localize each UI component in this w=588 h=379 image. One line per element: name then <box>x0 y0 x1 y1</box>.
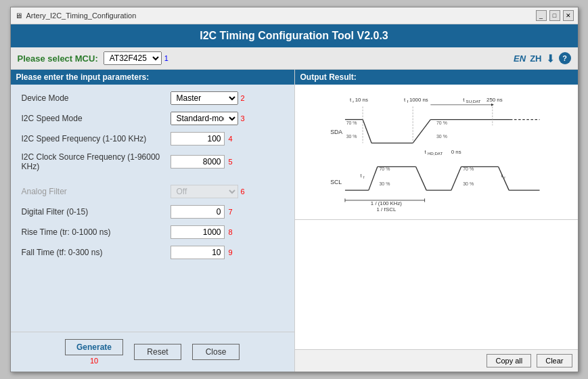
download-icon[interactable]: ⬇ <box>546 52 555 65</box>
device-mode-select[interactable]: Master Slave <box>171 91 238 105</box>
analog-filter-num: 6 <box>241 187 245 196</box>
sda-fall <box>413 120 430 143</box>
speed-mode-row: I2C Speed Mode Standard-mode Fast-mode 3 <box>22 112 284 125</box>
mcu-bar-left: Please select MCU: AT32F425 1 <box>18 51 168 65</box>
scl-fall2 <box>415 166 426 190</box>
clock-freq-group: 5 <box>171 155 233 169</box>
clear-button[interactable]: Clear <box>537 354 572 367</box>
svg-text:f: f <box>363 175 364 179</box>
rise-time-num: 8 <box>229 228 233 236</box>
scl-fall <box>368 166 377 190</box>
scl-70-l1: 70 % <box>379 166 390 171</box>
scl-fall3 <box>498 166 509 190</box>
close-app-button[interactable]: Close <box>192 344 240 360</box>
rise-time-input[interactable] <box>171 225 225 239</box>
speed-freq-input[interactable] <box>171 132 225 146</box>
fall-time-group: 9 <box>171 246 233 259</box>
scl-label: SCL <box>330 179 342 185</box>
thddat-label: t <box>424 149 426 155</box>
input-panel-header: Please enter the input parameters: <box>11 70 294 85</box>
maximize-button[interactable]: □ <box>549 10 560 21</box>
svg-text:r: r <box>353 99 354 104</box>
right-panel: Output Result: SDA SCL t r 10 ns t f 100… <box>295 70 578 372</box>
svg-text:0 ns: 0 ns <box>451 149 461 155</box>
fall-time-label: Fall Time (tf: 0-300 ns) <box>22 248 171 257</box>
fall-time-input[interactable] <box>171 246 225 259</box>
sda-label: SDA <box>330 129 342 135</box>
params-area: Device Mode Master Slave 2 I2C Speed Mod… <box>11 85 294 332</box>
svg-text:SU;DAT: SU;DAT <box>466 99 480 104</box>
lang-zh-button[interactable]: ZH <box>530 53 541 64</box>
scl-70-r: 70 % <box>463 166 474 171</box>
output-textarea[interactable] <box>298 223 575 347</box>
speed-freq-num: 4 <box>229 135 233 143</box>
speed-freq-row: I2C Speed Frequency (1-100 KHz) 4 <box>22 132 284 146</box>
svg-text:r: r <box>504 175 505 179</box>
digital-filter-row: Digital Filter (0-15) 7 <box>22 205 284 219</box>
speed-mode-num: 3 <box>241 114 245 122</box>
app-title: I2C Timing Configuration Tool V2.0.3 <box>200 30 388 41</box>
generate-num: 10 <box>90 357 98 365</box>
rise-time-row: Rise Time (tr: 0-1000 ns) 8 <box>22 225 284 239</box>
output-text-area[interactable] <box>295 220 578 349</box>
speed-freq-label: I2C Speed Frequency (1-100 KHz) <box>22 134 171 143</box>
svg-text:1000 ns: 1000 ns <box>409 97 428 103</box>
close-button[interactable]: ✕ <box>563 10 574 21</box>
rise-time-label: Rise Time (tr: 0-1000 ns) <box>22 227 171 237</box>
scl-rise <box>451 166 461 190</box>
sda-30-right: 30 % <box>436 134 447 139</box>
analog-filter-row: Analog Filter Off On 6 <box>22 185 284 198</box>
app-icon: 🖥 <box>15 12 22 20</box>
device-mode-label: Device Mode <box>22 93 171 103</box>
speed-mode-label: I2C Speed Mode <box>22 114 171 123</box>
copy-all-button[interactable]: Copy all <box>487 354 531 367</box>
mcu-number: 1 <box>164 54 168 62</box>
help-button[interactable]: ? <box>559 52 571 64</box>
generate-button[interactable]: Generate <box>65 339 123 355</box>
freq-label: 1 / (100 KHz) <box>370 200 402 206</box>
digital-filter-input[interactable] <box>171 205 225 219</box>
mcu-select[interactable]: AT32F425 <box>104 51 162 65</box>
scl-tr-label: t <box>501 173 502 178</box>
sda-70-left: 70 % <box>346 120 357 125</box>
speed-mode-select-group: Standard-mode Fast-mode 3 <box>171 112 245 125</box>
rise-time-group: 8 <box>171 225 233 239</box>
clock-freq-num: 5 <box>229 158 233 166</box>
tf-label: t <box>404 97 406 103</box>
fall-time-num: 9 <box>229 248 233 257</box>
app-header: I2C Timing Configuration Tool V2.0.3 <box>11 24 578 47</box>
svg-text:10 ns: 10 ns <box>355 97 367 103</box>
reset-button[interactable]: Reset <box>134 344 181 360</box>
bottom-buttons: Generate 10 Reset Close <box>11 332 294 372</box>
scl-tf-label: t <box>360 173 361 178</box>
analog-filter-select: Off On <box>171 185 238 198</box>
device-mode-num: 2 <box>241 94 245 102</box>
device-mode-select-group: Master Slave 2 <box>171 91 245 105</box>
clock-freq-row: I2C Clock Source Frequency (1-96000 KHz)… <box>22 152 284 171</box>
speed-freq-group: 4 <box>171 132 233 146</box>
sda-rise <box>363 120 371 143</box>
device-mode-row: Device Mode Master Slave 2 <box>22 91 284 105</box>
main-window: 🖥 Artery_I2C_Timing_Configuration _ □ ✕ … <box>10 7 579 372</box>
tsudat-label: t <box>463 97 465 103</box>
clock-freq-input[interactable] <box>171 155 225 169</box>
title-bar-left: 🖥 Artery_I2C_Timing_Configuration <box>15 12 137 20</box>
svg-text:HD;DAT: HD;DAT <box>427 151 443 156</box>
generate-btn-group: Generate 10 <box>65 339 123 365</box>
analog-filter-select-group: Off On 6 <box>171 185 245 198</box>
digital-filter-group: 7 <box>171 205 233 219</box>
title-bar: 🖥 Artery_I2C_Timing_Configuration _ □ ✕ <box>11 7 578 24</box>
fall-time-row: Fall Time (tf: 0-300 ns) 9 <box>22 246 284 259</box>
lang-en-button[interactable]: EN <box>514 53 526 64</box>
analog-filter-label: Analog Filter <box>22 187 171 196</box>
output-panel-header: Output Result: <box>295 70 578 85</box>
speed-mode-select[interactable]: Standard-mode Fast-mode <box>171 112 238 125</box>
minimize-button[interactable]: _ <box>536 10 547 21</box>
sda-30-left: 30 % <box>346 134 357 139</box>
scl-30-r: 30 % <box>463 181 474 186</box>
clock-freq-label: I2C Clock Source Frequency (1-96000 KHz) <box>22 152 171 171</box>
output-bottom: Copy all Clear <box>295 349 578 372</box>
timing-diagram-svg: SDA SCL t r 10 ns t f 1000 ns t SU;DAT 2… <box>300 90 572 214</box>
scl-30-l1: 30 % <box>379 181 390 186</box>
left-panel: Please enter the input parameters: Devic… <box>11 70 295 372</box>
